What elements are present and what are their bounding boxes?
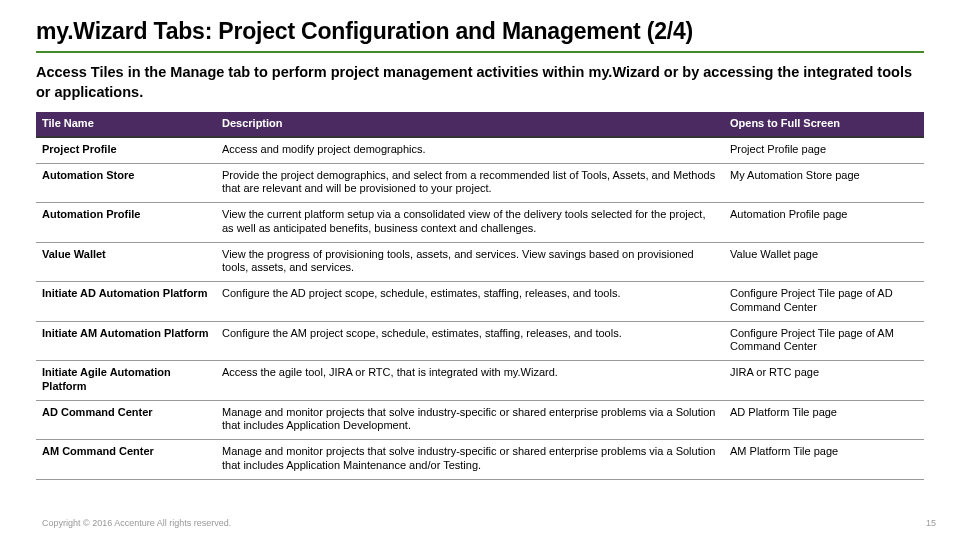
col-opens: Opens to Full Screen xyxy=(724,112,924,137)
tiles-table: Tile Name Description Opens to Full Scre… xyxy=(36,112,924,480)
cell-opens: Value Wallet page xyxy=(724,242,924,282)
table-row: Automation StoreProvide the project demo… xyxy=(36,163,924,203)
cell-description: Manage and monitor projects that solve i… xyxy=(216,400,724,440)
title-rule xyxy=(36,51,924,53)
cell-tile-name: AD Command Center xyxy=(36,400,216,440)
cell-tile-name: Initiate Agile Automation Platform xyxy=(36,361,216,401)
cell-opens: JIRA or RTC page xyxy=(724,361,924,401)
cell-tile-name: AM Command Center xyxy=(36,440,216,480)
page-subtitle: Access Tiles in the Manage tab to perfor… xyxy=(36,63,924,102)
cell-opens: Configure Project Tile page of AM Comman… xyxy=(724,321,924,361)
cell-description: Access and modify project demographics. xyxy=(216,137,724,163)
cell-tile-name: Initiate AM Automation Platform xyxy=(36,321,216,361)
table-row: Initiate AD Automation PlatformConfigure… xyxy=(36,282,924,322)
cell-tile-name: Value Wallet xyxy=(36,242,216,282)
cell-description: Provide the project demographics, and se… xyxy=(216,163,724,203)
cell-tile-name: Automation Profile xyxy=(36,203,216,243)
table-row: Project ProfileAccess and modify project… xyxy=(36,137,924,163)
cell-opens: Automation Profile page xyxy=(724,203,924,243)
page-number: 15 xyxy=(926,518,936,528)
cell-tile-name: Initiate AD Automation Platform xyxy=(36,282,216,322)
col-tile-name: Tile Name xyxy=(36,112,216,137)
cell-description: View the current platform setup via a co… xyxy=(216,203,724,243)
cell-tile-name: Project Profile xyxy=(36,137,216,163)
table-row: Initiate Agile Automation PlatformAccess… xyxy=(36,361,924,401)
table-row: Automation ProfileView the current platf… xyxy=(36,203,924,243)
cell-opens: AM Platform Tile page xyxy=(724,440,924,480)
cell-tile-name: Automation Store xyxy=(36,163,216,203)
cell-opens: My Automation Store page xyxy=(724,163,924,203)
cell-description: Configure the AD project scope, schedule… xyxy=(216,282,724,322)
table-body: Project ProfileAccess and modify project… xyxy=(36,137,924,479)
cell-description: View the progress of provisioning tools,… xyxy=(216,242,724,282)
table-row: Value WalletView the progress of provisi… xyxy=(36,242,924,282)
table-row: AD Command CenterManage and monitor proj… xyxy=(36,400,924,440)
table-row: Initiate AM Automation PlatformConfigure… xyxy=(36,321,924,361)
cell-description: Configure the AM project scope, schedule… xyxy=(216,321,724,361)
col-description: Description xyxy=(216,112,724,137)
copyright-footer: Copyright © 2016 Accenture All rights re… xyxy=(42,518,231,528)
cell-description: Manage and monitor projects that solve i… xyxy=(216,440,724,480)
table-header: Tile Name Description Opens to Full Scre… xyxy=(36,112,924,137)
page-title: my.Wizard Tabs: Project Configuration an… xyxy=(36,18,924,45)
cell-description: Access the agile tool, JIRA or RTC, that… xyxy=(216,361,724,401)
cell-opens: Project Profile page xyxy=(724,137,924,163)
table-row: AM Command CenterManage and monitor proj… xyxy=(36,440,924,480)
slide-page: my.Wizard Tabs: Project Configuration an… xyxy=(0,0,960,540)
cell-opens: AD Platform Tile page xyxy=(724,400,924,440)
cell-opens: Configure Project Tile page of AD Comman… xyxy=(724,282,924,322)
